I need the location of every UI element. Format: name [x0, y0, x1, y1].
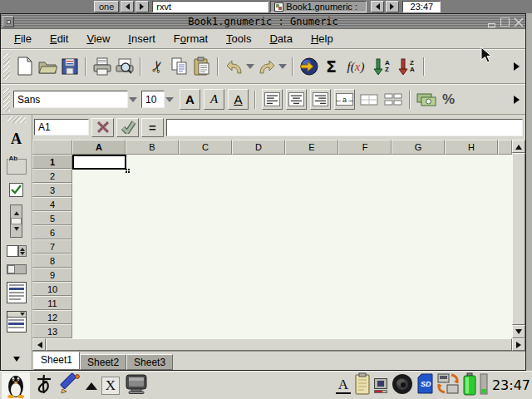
row-header-7[interactable]: 7	[32, 239, 72, 254]
row-header-2[interactable]: 2	[32, 169, 72, 183]
redo-button[interactable]	[255, 55, 278, 78]
bold-button[interactable]: A	[180, 89, 200, 110]
close-button[interactable]	[513, 17, 524, 27]
font-applet-button[interactable]: A	[336, 377, 351, 394]
column-header-partial[interactable]	[498, 140, 512, 155]
taskbar-tab-one[interactable]: one	[94, 1, 119, 12]
label-tool-button[interactable]: A	[11, 131, 22, 148]
new-file-button[interactable]	[13, 55, 36, 78]
toolbar-overflow-button[interactable]	[509, 55, 525, 78]
accept-button[interactable]	[116, 118, 139, 137]
column-header-c[interactable]: C	[179, 140, 232, 155]
split-cells-button[interactable]	[382, 89, 403, 110]
frame-tool-button[interactable]: Ab	[6, 155, 27, 175]
scroll-right-button[interactable]	[512, 338, 525, 351]
minimize-button[interactable]	[486, 17, 497, 27]
scrollbar-tool-button[interactable]	[10, 204, 22, 238]
card-swap-applet-button[interactable]	[436, 372, 460, 398]
sort-descending-button[interactable]: ZA	[394, 55, 419, 78]
menu-item-insert[interactable]: Insert	[121, 31, 162, 47]
terminal-button[interactable]	[124, 373, 149, 398]
sort-ascending-button[interactable]: AZ	[369, 55, 394, 78]
scroll-up-button[interactable]	[512, 140, 525, 153]
underline-button[interactable]: A	[228, 89, 249, 110]
input-method-button[interactable]	[34, 373, 54, 398]
equals-button[interactable]: =	[141, 118, 164, 137]
hyperlink-button[interactable]	[298, 55, 320, 78]
column-header-f[interactable]: F	[338, 140, 392, 155]
align-center-button[interactable]	[286, 89, 307, 110]
cell-area[interactable]: 1 2 3 4 5 6 7 8 9 10 11 12 13	[32, 155, 512, 338]
row-header-12[interactable]: 12	[32, 310, 72, 324]
toolbar-drag-handle[interactable]	[3, 53, 10, 80]
horizontal-scrollbar[interactable]	[32, 338, 512, 351]
font-name-combo[interactable]: Sans	[13, 91, 128, 108]
merge-cells-button[interactable]	[358, 89, 379, 110]
cut-button[interactable]: ✂	[145, 55, 168, 78]
prev-window-button-2[interactable]	[371, 1, 384, 12]
scroll-down-button[interactable]	[512, 325, 525, 338]
paste-button[interactable]	[190, 55, 213, 78]
open-button[interactable]	[36, 55, 58, 78]
row-header-13[interactable]: 13	[32, 324, 72, 338]
window-menu-button[interactable]	[2, 16, 14, 27]
menu-item-data[interactable]: Data	[263, 31, 298, 47]
horizontal-scroll-thumb[interactable]	[46, 338, 512, 351]
select-all-corner[interactable]	[32, 140, 72, 155]
print-button[interactable]	[91, 55, 113, 78]
selected-cell-a1[interactable]	[72, 155, 126, 170]
column-header-e[interactable]: E	[285, 140, 338, 155]
linux-menu-button[interactable]	[2, 372, 30, 399]
taskbar-tab-gnumeric[interactable]: Book1.gnumeric :	[270, 1, 367, 12]
undo-button[interactable]	[223, 55, 245, 78]
toolbar-overflow-button[interactable]	[509, 88, 525, 111]
prev-window-button[interactable]	[121, 1, 134, 12]
undo-dropdown-button[interactable]	[245, 55, 255, 78]
percent-format-button[interactable]: %	[437, 88, 460, 111]
row-header-8[interactable]: 8	[32, 254, 72, 268]
row-header-4[interactable]: 4	[32, 197, 72, 211]
center-across-button[interactable]: ←a→	[334, 89, 355, 110]
volume-applet-button[interactable]	[391, 372, 414, 399]
title-bar[interactable]: Book1.gnumeric : Gnumeric	[1, 14, 525, 29]
sheet-tab-sheet3[interactable]: Sheet3	[126, 354, 173, 370]
scroll-left-button[interactable]	[32, 338, 46, 351]
font-size-dropdown-button[interactable]	[165, 88, 175, 111]
sum-button[interactable]: Σ	[320, 55, 342, 78]
row-header-11[interactable]: 11	[32, 296, 72, 310]
vertical-scroll-thumb[interactable]	[512, 153, 525, 325]
row-header-10[interactable]: 10	[32, 282, 72, 296]
cell-reference-box[interactable]: A1	[34, 119, 89, 135]
save-button[interactable]	[58, 55, 81, 78]
row-header-3[interactable]: 3	[32, 183, 72, 197]
x-server-button[interactable]: X	[101, 377, 120, 395]
function-button[interactable]: f(x)	[342, 55, 369, 78]
checkbox-tool-button[interactable]	[9, 183, 23, 197]
vertical-scrollbar[interactable]	[512, 140, 525, 351]
font-size-combo[interactable]: 10	[141, 91, 165, 108]
sheet-tab-sheet1[interactable]: Sheet1	[33, 352, 80, 370]
formula-entry[interactable]	[166, 119, 523, 136]
menu-item-edit[interactable]: Edit	[43, 31, 75, 47]
column-header-a[interactable]: A	[72, 140, 126, 155]
clipboard-applet-button[interactable]	[354, 372, 371, 398]
column-header-d[interactable]: D	[232, 140, 285, 155]
column-header-h[interactable]: H	[445, 140, 498, 155]
row-header-6[interactable]: 6	[32, 225, 72, 239]
taskbar-tab-rxvt[interactable]: rxvt	[152, 1, 268, 12]
battery-applet-button[interactable]	[463, 372, 476, 399]
sd-card-applet-button[interactable]: SD	[417, 373, 433, 397]
menu-item-help[interactable]: Help	[304, 31, 340, 47]
row-header-5[interactable]: 5	[32, 211, 72, 225]
show-desktop-button[interactable]	[86, 382, 97, 390]
row-header-1[interactable]: 1	[32, 155, 72, 169]
next-window-button-2[interactable]	[386, 1, 399, 12]
toolbar-drag-handle[interactable]	[7, 116, 26, 123]
display-applet-button[interactable]	[374, 378, 387, 393]
money-format-button[interactable]	[415, 88, 437, 111]
redo-dropdown-button[interactable]	[278, 55, 288, 78]
fill-handle[interactable]	[126, 169, 127, 170]
row-header-9[interactable]: 9	[32, 268, 72, 282]
maximize-button[interactable]	[500, 17, 510, 27]
spinbutton-tool-button[interactable]	[7, 245, 27, 257]
